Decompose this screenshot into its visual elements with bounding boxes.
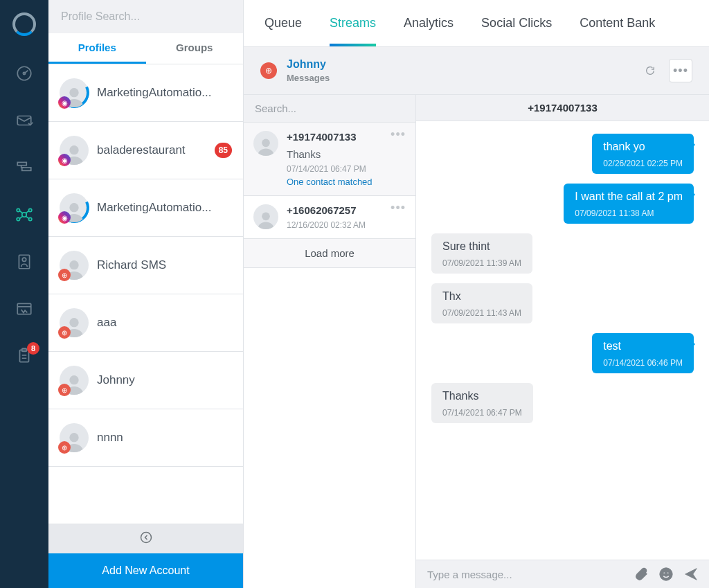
collapse-button[interactable] <box>48 524 243 553</box>
thread-more-icon[interactable]: ••• <box>391 204 406 230</box>
topnav-content-bank[interactable]: Content Bank <box>580 1 655 46</box>
clipboard-badge: 8 <box>27 342 39 355</box>
thread-item[interactable]: +19174007133Thanks07/14/2021 06:47 PMOne… <box>244 123 415 196</box>
composer-input[interactable] <box>426 568 625 581</box>
thread-avatar <box>253 204 278 229</box>
instagram-icon: ◉ <box>58 154 71 166</box>
message-timestamp: 07/14/2021 06:47 PM <box>442 408 522 418</box>
profile-item[interactable]: ⊕Johnny <box>48 352 243 409</box>
threads-panel: +19174007133Thanks07/14/2021 06:47 PMOne… <box>244 95 416 588</box>
composer <box>416 560 709 588</box>
svg-point-17 <box>69 203 78 212</box>
attach-icon[interactable] <box>633 566 649 582</box>
thread-timestamp: 12/16/2020 02:32 AM <box>287 220 382 230</box>
emoji-icon[interactable] <box>658 566 674 582</box>
profile-badge: 85 <box>215 143 232 158</box>
thread-avatar <box>253 131 278 156</box>
svg-point-24 <box>262 213 270 221</box>
more-button[interactable]: ••• <box>669 59 692 82</box>
dashboard-icon[interactable] <box>15 64 34 83</box>
message-text: Thanks <box>442 390 522 402</box>
mail-icon[interactable] <box>15 111 34 130</box>
svg-point-22 <box>141 533 151 543</box>
message-text: I want the call at 2 pm <box>575 190 683 203</box>
topnav-social-clicks[interactable]: Social Clicks <box>481 1 552 46</box>
threads-list: +19174007133Thanks07/14/2021 06:47 PMOne… <box>244 123 415 239</box>
instagram-icon: ◉ <box>58 96 71 109</box>
message-bubble: Sure thint07/09/2021 11:39 AM <box>431 233 532 274</box>
app-root: 8 Profiles Groups ◉MarketingAutomatio...… <box>0 0 709 588</box>
thread-name: +19174007133 <box>287 131 382 143</box>
svg-point-19 <box>69 318 78 327</box>
svg-point-27 <box>667 572 669 573</box>
message-bubble: Thanks07/14/2021 06:47 PM <box>431 383 533 423</box>
message-row: Sure thint07/09/2021 11:39 AM <box>431 233 694 274</box>
profile-item[interactable]: ⊕nnnn <box>48 409 243 467</box>
load-more-button[interactable]: Load more <box>244 239 415 268</box>
profiles-footer: Add New Account <box>48 524 243 588</box>
svg-point-8 <box>17 217 19 220</box>
message-row: thank yo02/26/2021 02:25 PM <box>431 134 694 174</box>
message-timestamp: 07/09/2021 11:43 AM <box>442 308 521 318</box>
stream-body: +19174007133Thanks07/14/2021 06:47 PMOne… <box>244 95 709 588</box>
message-row: Thx07/09/2021 11:43 AM <box>431 283 694 323</box>
profile-tabs: Profiles Groups <box>48 33 243 64</box>
profile-name: Richard SMS <box>97 258 232 272</box>
thread-item[interactable]: +1606206725712/16/2020 02:32 AM••• <box>244 196 415 239</box>
svg-point-26 <box>663 572 665 573</box>
send-icon[interactable] <box>683 566 699 582</box>
refresh-button[interactable] <box>638 59 662 82</box>
profile-search-input[interactable] <box>60 10 232 24</box>
profile-item[interactable]: ◉MarketingAutomatio... <box>48 64 243 122</box>
message-text: test <box>603 340 683 353</box>
svg-point-9 <box>29 217 32 220</box>
svg-point-11 <box>22 258 26 261</box>
threads-search-input[interactable] <box>253 102 406 115</box>
message-bubble: I want the call at 2 pm07/09/2021 11:38 … <box>564 184 694 224</box>
message-row: test07/14/2021 06:46 PM <box>431 333 694 373</box>
profile-item[interactable]: ◉MarketingAutomatio... <box>48 179 243 237</box>
tab-profiles[interactable]: Profiles <box>48 33 146 64</box>
thread-more-icon[interactable]: ••• <box>391 131 406 187</box>
profile-avatar: ◉ <box>60 136 89 165</box>
topnav-analytics[interactable]: Analytics <box>404 1 454 46</box>
thread-match-link[interactable]: One contact matched <box>287 177 382 187</box>
svg-point-6 <box>17 208 19 211</box>
chat-body: thank yo02/26/2021 02:25 PMI want the ca… <box>416 121 709 560</box>
svg-point-20 <box>69 375 78 384</box>
window-icon[interactable] <box>15 299 34 319</box>
message-text: Sure thint <box>442 240 521 253</box>
brand-logo <box>12 12 36 36</box>
stream-header: ⊕ Johnny Messages ••• <box>244 47 709 95</box>
svg-point-7 <box>29 208 32 211</box>
profile-item[interactable]: ⊕aaa <box>48 294 243 352</box>
svg-point-23 <box>262 139 270 148</box>
profile-icon[interactable] <box>15 252 34 271</box>
profile-search[interactable] <box>48 0 243 33</box>
topnav-queue[interactable]: Queue <box>264 1 302 46</box>
profile-name: MarketingAutomatio... <box>97 86 232 100</box>
add-account-button[interactable]: Add New Account <box>48 553 243 588</box>
stream-title-block: Johnny Messages <box>287 58 330 83</box>
layers-icon[interactable] <box>15 158 34 177</box>
profile-item[interactable]: ⊕Richard SMS <box>48 237 243 294</box>
clipboard-icon[interactable]: 8 <box>15 346 34 366</box>
threads-search[interactable] <box>244 95 415 123</box>
tab-groups[interactable]: Groups <box>146 33 244 64</box>
svg-rect-3 <box>17 162 26 165</box>
message-timestamp: 07/14/2021 06:46 PM <box>603 358 683 368</box>
profile-avatar: ⊕ <box>60 251 89 280</box>
thread-preview: Thanks <box>287 148 382 160</box>
topnav-streams[interactable]: Streams <box>330 1 376 46</box>
thread-timestamp: 07/14/2021 06:47 PM <box>287 164 382 174</box>
svg-point-18 <box>69 260 78 269</box>
profile-item[interactable]: ◉baladerestaurant85 <box>48 122 243 179</box>
message-bubble: test07/14/2021 06:46 PM <box>592 333 694 373</box>
profile-name: Johnny <box>97 373 232 387</box>
profile-avatar: ⊕ <box>60 423 89 452</box>
stream-title[interactable]: Johnny <box>287 58 330 71</box>
svg-point-16 <box>69 145 78 154</box>
main-area: QueueStreamsAnalyticsSocial ClicksConten… <box>244 0 709 588</box>
hub-icon[interactable] <box>15 205 34 224</box>
thread-name: +16062067257 <box>287 204 382 216</box>
